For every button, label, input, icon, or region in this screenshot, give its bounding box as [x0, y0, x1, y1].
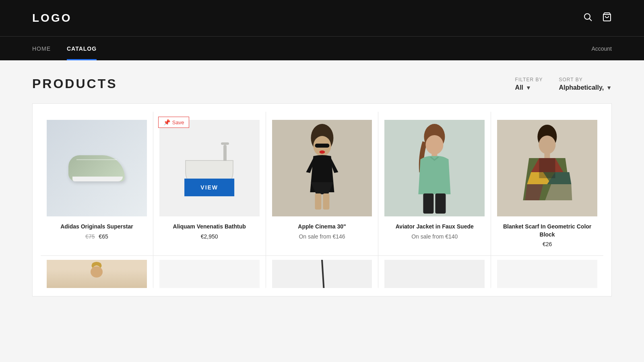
svg-rect-7 — [323, 193, 329, 210]
product-price-4: On sale from €140 — [384, 233, 485, 240]
price-old-1: €75 — [85, 233, 95, 240]
partial-card-5 — [491, 256, 603, 288]
svg-rect-12 — [423, 193, 434, 214]
product-name-3: Apple Cinema 30" — [272, 223, 372, 231]
product-card-4: Aviator Jacket in Faux Suede On sale fro… — [378, 112, 491, 255]
product-price-1: €75 €65 — [47, 233, 147, 240]
product-price-5: €26 — [497, 241, 597, 247]
price-sale-3: On sale from €146 — [299, 233, 345, 240]
svg-rect-22 — [539, 158, 555, 178]
page-title: PRODUCTS — [32, 76, 118, 91]
product-card-2: 📌 Save VIEW Aliquam Venenatis Bathtub — [153, 112, 266, 255]
partial-image-5 — [497, 260, 597, 288]
cart-icon[interactable] — [602, 12, 612, 24]
jacket-person-svg — [384, 120, 485, 216]
svg-point-10 — [426, 135, 444, 154]
partial-object-svg — [310, 260, 334, 288]
partial-image-2 — [159, 260, 260, 288]
product-image-4[interactable] — [384, 120, 485, 216]
svg-rect-5 — [315, 144, 329, 148]
faucet-shape — [223, 145, 227, 161]
product-name-2: Aliquam Venenatis Bathtub — [159, 223, 260, 231]
filter-chevron-icon: ▼ — [526, 84, 531, 91]
products-header: PRODUCTS FILTER BY All ▼ SORT BY Alphabe… — [32, 76, 612, 91]
product-card-5: Blanket Scarf In Geometric Color Block €… — [491, 112, 603, 255]
sort-select[interactable]: Alphabetically, ▼ — [559, 84, 612, 91]
filter-by-label: FILTER BY — [515, 77, 543, 82]
sort-group: SORT BY Alphabetically, ▼ — [559, 77, 612, 91]
filter-select[interactable]: All ▼ — [515, 84, 543, 91]
price-new-1: €65 — [99, 233, 108, 240]
scarf-person-svg — [497, 120, 597, 216]
partial-person-svg — [80, 260, 113, 288]
filter-value: All — [515, 84, 523, 91]
filter-sort: FILTER BY All ▼ SORT BY Alphabetically, … — [515, 77, 612, 91]
main-content: PRODUCTS FILTER BY All ▼ SORT BY Alphabe… — [0, 60, 644, 313]
svg-point-23 — [91, 266, 103, 278]
partial-card-2 — [153, 256, 266, 288]
svg-line-1 — [590, 19, 592, 21]
nav-account[interactable]: Account — [591, 45, 612, 52]
svg-line-24 — [322, 260, 324, 288]
product-name-5: Blanket Scarf In Geometric Color Block — [497, 223, 597, 239]
shoe-background — [47, 120, 147, 216]
svg-rect-6 — [315, 193, 321, 210]
product-price-3: On sale from €146 — [272, 233, 372, 240]
partial-image-3 — [272, 260, 372, 288]
product-name-4: Aviator Jacket in Faux Suede — [384, 223, 485, 231]
partial-image-4 — [384, 260, 485, 288]
products-grid: Adidas Originals Superstar €75 €65 📌 Sav… — [32, 103, 612, 296]
svg-rect-13 — [436, 193, 446, 214]
product-image-5[interactable] — [497, 120, 597, 216]
save-badge[interactable]: 📌 Save — [158, 117, 190, 128]
filter-group: FILTER BY All ▼ — [515, 77, 543, 91]
product-image-1[interactable] — [47, 120, 147, 216]
price-new-5: €26 — [543, 241, 552, 247]
product-image-2[interactable]: VIEW — [159, 120, 260, 216]
view-button[interactable]: VIEW — [184, 179, 234, 196]
partial-image-1 — [47, 260, 147, 288]
sort-value: Alphabetically, — [559, 84, 604, 91]
save-label: Save — [172, 119, 184, 125]
header-top: LOGO — [0, 0, 644, 36]
svg-rect-16 — [545, 153, 550, 158]
svg-point-15 — [539, 136, 556, 154]
product-image-3[interactable] — [272, 120, 372, 216]
sort-by-label: SORT BY — [559, 77, 612, 82]
header-icons — [583, 12, 612, 24]
nav-item-catalog[interactable]: CATALOG — [67, 37, 97, 60]
bathtub-background — [159, 120, 260, 216]
nav-left: HOME CATALOG — [32, 37, 97, 60]
product-name-1: Adidas Originals Superstar — [47, 223, 147, 231]
nav-bar: HOME CATALOG Account — [0, 36, 644, 60]
products-row-2 — [41, 255, 603, 288]
product-card-3: Apple Cinema 30" On sale from €146 — [266, 112, 378, 255]
products-row-1: Adidas Originals Superstar €75 €65 📌 Sav… — [41, 112, 603, 255]
nav-item-home[interactable]: HOME — [32, 37, 51, 60]
pin-icon: 📌 — [163, 119, 170, 125]
partial-card-4 — [378, 256, 491, 288]
search-icon[interactable] — [583, 12, 592, 24]
product-price-2: €2,950 — [159, 233, 260, 240]
svg-point-0 — [584, 14, 590, 19]
shoe-shape — [68, 155, 125, 181]
price-new-2: €2,950 — [201, 233, 218, 240]
price-sale-4: On sale from €140 — [411, 233, 458, 240]
person-dark-svg — [272, 120, 372, 216]
partial-card-1 — [41, 256, 153, 288]
partial-card-3 — [266, 256, 378, 288]
sort-chevron-icon: ▼ — [606, 84, 612, 91]
product-card-1: Adidas Originals Superstar €75 €65 — [41, 112, 153, 255]
logo: LOGO — [32, 12, 72, 25]
svg-point-8 — [319, 150, 325, 154]
